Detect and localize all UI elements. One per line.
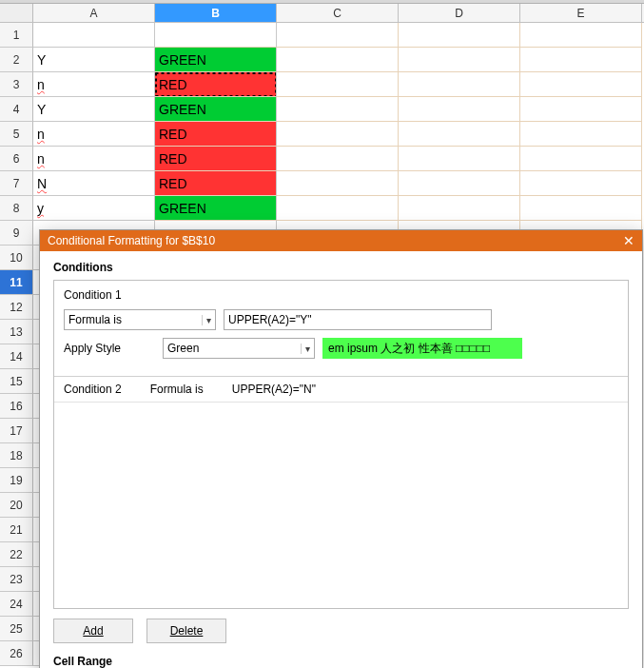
cell-a[interactable]: n [33, 147, 155, 171]
condition-type-value: Formula is [68, 313, 122, 326]
row-head[interactable]: 16 [0, 394, 33, 419]
cell-empty[interactable] [277, 122, 399, 147]
style-preview-swatch: em ipsum 人之初 性本善 □□□□□ [322, 338, 522, 359]
cell-empty[interactable] [520, 147, 642, 171]
row-head[interactable]: 18 [0, 443, 33, 468]
cell-empty[interactable] [399, 23, 520, 48]
apply-style-label: Apply Style [64, 342, 155, 355]
row-head[interactable]: 10 [0, 246, 33, 270]
cell-empty[interactable] [277, 196, 399, 221]
col-head-d[interactable]: D [399, 4, 520, 22]
cell-empty[interactable] [399, 196, 520, 221]
cell-empty[interactable] [520, 97, 642, 122]
cell-b[interactable] [155, 23, 277, 48]
cell-empty[interactable] [520, 48, 642, 72]
col-head-e[interactable]: E [520, 4, 642, 22]
delete-button[interactable]: Delete [146, 619, 226, 643]
cell-empty[interactable] [520, 72, 642, 97]
row-head[interactable]: 22 [0, 542, 33, 567]
cell-empty[interactable] [277, 23, 399, 48]
row-head[interactable]: 15 [0, 369, 33, 394]
row-head[interactable]: 12 [0, 295, 33, 320]
column-headers: A B C D E [0, 4, 644, 23]
cell-empty[interactable] [399, 147, 520, 171]
apply-style-value: Green [167, 342, 199, 355]
cell-empty[interactable] [277, 48, 399, 72]
row-head[interactable]: 1 [0, 23, 33, 48]
condition-2[interactable]: Condition 2 Formula is UPPER(A2)="N" [54, 377, 628, 403]
cell-empty[interactable] [277, 171, 399, 196]
apply-style-select[interactable]: Green ▾ [163, 338, 315, 359]
cell-empty[interactable] [520, 171, 642, 196]
dialog-titlebar[interactable]: Conditional Formatting for $B$10 ✕ [40, 230, 642, 251]
chevron-down-icon: ▾ [301, 344, 310, 354]
col-head-a[interactable]: A [33, 4, 155, 22]
row-head[interactable]: 6 [0, 147, 33, 171]
row-head[interactable]: 2 [0, 48, 33, 72]
cell-b[interactable]: GREEN [155, 48, 277, 72]
row-head[interactable]: 5 [0, 122, 33, 147]
row-head[interactable]: 23 [0, 567, 33, 592]
cell-b[interactable]: RED [155, 147, 277, 171]
row-head[interactable]: 20 [0, 493, 33, 518]
row: 7NRED [0, 171, 644, 196]
conditions-panel: Condition 1 Formula is ▾ UPPER(A2)="Y" A… [53, 280, 629, 609]
cell-b[interactable]: RED [155, 122, 277, 147]
condition-type-select[interactable]: Formula is ▾ [64, 309, 216, 330]
row-head[interactable]: 24 [0, 592, 33, 617]
cell-empty[interactable] [277, 97, 399, 122]
cell-a[interactable]: Y [33, 48, 155, 72]
row: 6nRED [0, 147, 644, 171]
condition-2-formula: UPPER(A2)="N" [232, 383, 316, 396]
cell-empty[interactable] [277, 147, 399, 171]
row-head[interactable]: 17 [0, 419, 33, 443]
row-head[interactable]: 9 [0, 221, 33, 246]
cell-b[interactable]: RED [155, 72, 277, 97]
cell-empty[interactable] [399, 97, 520, 122]
cell-empty[interactable] [520, 23, 642, 48]
cell-a[interactable]: Y [33, 97, 155, 122]
cell-empty[interactable] [399, 171, 520, 196]
cell-a[interactable]: n [33, 72, 155, 97]
condition-2-type: Formula is [150, 383, 204, 396]
cell-empty[interactable] [277, 72, 399, 97]
cell-empty[interactable] [520, 196, 642, 221]
cell-b[interactable]: RED [155, 171, 277, 196]
cell-empty[interactable] [520, 122, 642, 147]
cell-empty[interactable] [399, 72, 520, 97]
row-head[interactable]: 7 [0, 171, 33, 196]
row-head[interactable]: 13 [0, 320, 33, 344]
col-head-c[interactable]: C [277, 4, 399, 22]
condition-1[interactable]: Condition 1 Formula is ▾ UPPER(A2)="Y" A… [54, 281, 628, 377]
row-head[interactable]: 4 [0, 97, 33, 122]
cell-a[interactable]: n [33, 122, 155, 147]
condition-2-title: Condition 2 [64, 383, 122, 396]
cell-empty[interactable] [399, 122, 520, 147]
add-button[interactable]: Add [53, 619, 133, 643]
row-head[interactable]: 3 [0, 72, 33, 97]
row-head[interactable]: 14 [0, 344, 33, 369]
select-all-corner[interactable] [0, 4, 33, 22]
row-head[interactable]: 8 [0, 196, 33, 221]
row: 5nRED [0, 122, 644, 147]
dialog-title-text: Conditional Formatting for $B$10 [48, 234, 215, 247]
condition-1-title: Condition 1 [64, 288, 618, 302]
cell-a[interactable]: y [33, 196, 155, 221]
chevron-down-icon: ▾ [202, 315, 211, 325]
row-head[interactable]: 26 [0, 641, 33, 666]
condition-formula-input[interactable]: UPPER(A2)="Y" [224, 309, 492, 330]
close-icon[interactable]: ✕ [623, 233, 634, 248]
col-head-b[interactable]: B [155, 4, 277, 22]
cell-b[interactable]: GREEN [155, 196, 277, 221]
cell-empty[interactable] [399, 48, 520, 72]
conditional-formatting-dialog: Conditional Formatting for $B$10 ✕ Condi… [39, 229, 643, 668]
cell-b[interactable]: GREEN [155, 97, 277, 122]
row-head[interactable]: 11 [0, 270, 33, 295]
row: 3nRED [0, 72, 644, 97]
cell-a[interactable] [33, 23, 155, 48]
row: 8yGREEN [0, 196, 644, 221]
cell-a[interactable]: N [33, 171, 155, 196]
row-head[interactable]: 21 [0, 518, 33, 542]
row-head[interactable]: 25 [0, 617, 33, 641]
row-head[interactable]: 19 [0, 468, 33, 493]
